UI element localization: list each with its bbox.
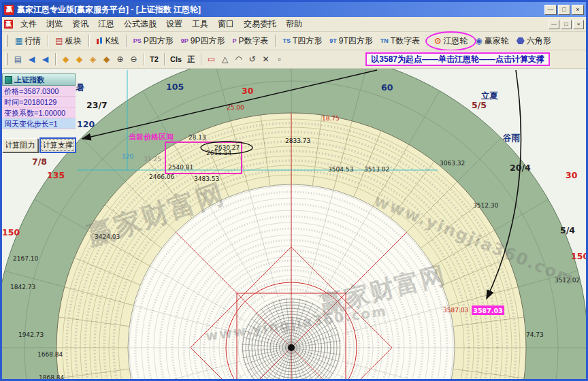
back2-icon[interactable]: ◀ <box>39 53 52 66</box>
child-window-icon: 赢 <box>4 20 13 29</box>
kline-button-label: K线 <box>105 35 119 47</box>
zheng-button[interactable]: 正 <box>184 53 197 66</box>
menu-item-8[interactable]: 交易委托 <box>239 17 281 31</box>
mdi-minimize-button[interactable]: — <box>549 20 559 29</box>
triangle-tool-icon[interactable]: △ <box>218 53 231 66</box>
panel-header[interactable]: 上证指数 <box>2 73 76 86</box>
wheel-number: 3587.03 <box>443 307 468 314</box>
gann-wheel-icon: ⊙ <box>434 37 441 45</box>
toolbar-separator <box>427 35 427 47</box>
rotate-tool-icon[interactable]: ↺ <box>246 53 259 66</box>
ring-label: 5/4 <box>560 225 575 235</box>
index-info-panel: 上证指数 价格=3587.0300时间=20180129变换系数=1.00000… <box>2 73 76 152</box>
wheel-number: 18.75 <box>322 115 340 122</box>
p-square-button[interactable]: PSP四方形 <box>130 33 177 49</box>
t2-button[interactable]: T2 <box>148 53 161 66</box>
mdi-restore-button[interactable]: □ <box>561 20 572 29</box>
wheel-number: 2833.73 <box>285 137 310 144</box>
toolbar-grip[interactable] <box>5 35 8 47</box>
toolbar-grip-2[interactable] <box>5 53 8 65</box>
diamond3-icon[interactable]: ◈ <box>86 53 99 66</box>
t-square-button[interactable]: TST四方形 <box>279 33 325 49</box>
quotes-button-label: 行情 <box>24 35 41 47</box>
p-square-button-label: P四方形 <box>144 35 174 47</box>
rect-tool-icon[interactable]: ▭ <box>205 53 218 66</box>
ring-label: 105 <box>166 82 184 92</box>
menu-item-7[interactable]: 窗口 <box>213 17 239 31</box>
title-bar: 赢 赢家江恩专业版[赢家服务平台] - [上证指数 江恩轮] — □ × <box>2 2 586 17</box>
select-tool-icon[interactable]: ▫ <box>273 53 286 66</box>
maximize-button[interactable]: □ <box>558 5 570 15</box>
wheel-number: 2466.06 <box>149 173 174 180</box>
ring-label: 30 <box>566 170 578 180</box>
gann-wheel-chart[interactable]: 28.132615.542540.812630.2725.002833.7318… <box>2 69 586 379</box>
panel-row-0: 价格=3587.0300 <box>2 86 76 97</box>
toolbar-separator <box>201 53 201 65</box>
wheel-number: 3063.32 <box>440 160 465 167</box>
menu-item-3[interactable]: 江恩 <box>93 17 119 31</box>
diamond-icon[interactable]: ◆ <box>59 53 72 66</box>
blocks-button[interactable]: ▤板块 <box>52 33 84 49</box>
t-table-button[interactable]: TNT数字表 <box>377 33 423 49</box>
delete-tool-icon[interactable]: ✕ <box>259 53 272 66</box>
menu-item-1[interactable]: 浏览 <box>42 17 67 31</box>
zoom-out-icon[interactable]: ⊖ <box>127 53 140 66</box>
instruction-banner: 以3587为起点——单击江恩轮——点击计算支撑 <box>365 52 550 66</box>
t-table-button-label: T数字表 <box>391 35 420 47</box>
9t-square-button-label: 9T四方形 <box>339 35 373 47</box>
hexagon-button[interactable]: 六角形 <box>513 33 555 49</box>
mdi-controls: —□× <box>549 20 584 29</box>
close-button[interactable]: × <box>572 5 584 15</box>
mdi-close-button[interactable]: × <box>573 20 584 29</box>
panel-title: 上证指数 <box>14 75 44 85</box>
menu-item-5[interactable]: 设置 <box>161 17 187 31</box>
cls-button[interactable]: Cls <box>168 53 184 66</box>
wheel-number: 2630.27 <box>214 144 240 151</box>
quotes-button[interactable]: ▦行情 <box>12 33 44 49</box>
9t-square-button[interactable]: 9T9T四方形 <box>326 33 376 49</box>
menu-items: 文件浏览资讯江恩公式选股设置工具窗口交易委托帮助 <box>16 17 307 31</box>
wheel-number: 28.13 <box>189 134 206 141</box>
9p-square-button[interactable]: 9P9P四方形 <box>178 33 229 49</box>
app-logo-icon: 赢 <box>4 5 14 15</box>
draw-toolbar: ▤◀◀◆◆◈◆⊕⊖T2Cls正▭△◠↺✕▫ 以3587为起点——单击江恩轮——点… <box>2 50 586 69</box>
badge-ps: PS <box>133 37 142 45</box>
menu-item-2[interactable]: 资讯 <box>67 17 93 31</box>
minimize-button[interactable]: — <box>544 5 557 15</box>
p-table-button-label: P数字表 <box>238 35 268 47</box>
calc-support-button[interactable]: 计算支撑 <box>40 138 76 152</box>
kline-button[interactable]: K线 <box>93 33 122 49</box>
arc-tool-icon[interactable]: ◠ <box>232 53 245 66</box>
toolbar-separator <box>55 53 56 65</box>
toolbar-separator <box>48 35 48 47</box>
wheel-number: 25.00 <box>227 104 244 111</box>
layout-icon[interactable]: ▤ <box>12 53 24 66</box>
menu-item-0[interactable]: 文件 <box>16 17 42 31</box>
toolbar-separator <box>144 53 144 65</box>
diamond2-icon[interactable]: ◆ <box>73 53 86 66</box>
window-controls: — □ × <box>544 5 584 15</box>
ring-label: 120 <box>77 119 95 129</box>
ring-label: 30 <box>242 86 254 96</box>
calc-resistance-button[interactable]: 计算阻力 <box>2 138 38 152</box>
back-icon[interactable]: ◀ <box>25 53 38 66</box>
gann-wheel-button[interactable]: ⊙江恩轮 <box>431 33 471 49</box>
winner-wheel-button[interactable]: ◉赢家轮 <box>472 33 512 49</box>
winner-wheel-button-label: 赢家轮 <box>485 35 509 47</box>
panel-row-2: 变换系数=1.00000 <box>2 107 76 118</box>
ring-label: 5/5 <box>472 100 487 110</box>
menu-item-6[interactable]: 工具 <box>187 17 213 31</box>
ring-label: 立夏 <box>480 90 499 101</box>
zoom-in-icon[interactable]: ⊕ <box>114 53 127 66</box>
wheel-number: 3512.30 <box>473 202 498 209</box>
index-icon <box>5 76 12 84</box>
hexagon-button-label: 六角形 <box>527 35 551 47</box>
badge-9p: 9P <box>181 37 189 45</box>
menu-item-4[interactable]: 公式选股 <box>119 17 161 31</box>
app-window: 赢 赢家江恩专业版[赢家服务平台] - [上证指数 江恩轮] — □ × 赢 文… <box>0 0 588 381</box>
diamond4-icon[interactable]: ◆ <box>100 53 113 66</box>
wheel-number: 2167.10 <box>13 255 38 262</box>
menu-item-9[interactable]: 帮助 <box>281 17 307 31</box>
kline-icon <box>96 37 103 46</box>
p-table-button[interactable]: PP数字表 <box>229 33 272 49</box>
